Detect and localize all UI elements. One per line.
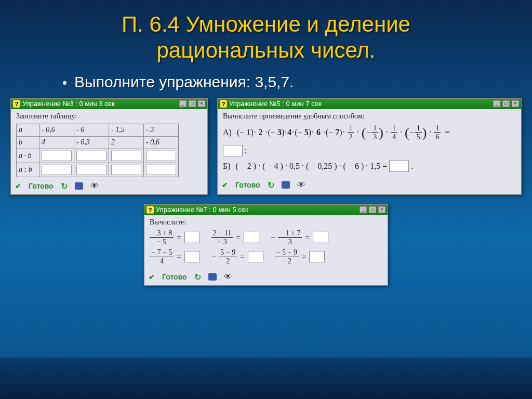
titlebar-7: ? Упражнение №7 : 0 мин 5 сек _ □ × [144, 205, 388, 215]
eqn-row-2: − 7 − 54= −5 − 92= − 5 − 9− 2= [150, 249, 382, 265]
calculator-icon[interactable] [208, 273, 217, 281]
table-row: a · b [17, 149, 179, 163]
titlebar-5: ? Упражнение №5 : 0 мин 7 сек _ □ × [218, 99, 521, 109]
answer-input[interactable] [184, 232, 200, 243]
minimize-icon[interactable]: _ [493, 100, 500, 107]
refresh-icon[interactable]: ↻ [194, 272, 201, 282]
eye-icon[interactable]: 👁 [297, 180, 305, 190]
subtitle: • Выполните упражнения: 3,5,7. [0, 68, 532, 98]
cell-input[interactable] [76, 151, 107, 161]
prompt-3: Заполните таблицу: [16, 112, 202, 121]
help-icon[interactable]: ? [220, 100, 227, 108]
exercise-panel-7: ? Упражнение №7 : 0 мин 5 сек _ □ × Вычи… [144, 204, 388, 286]
ready-button[interactable]: Готово [235, 181, 260, 189]
cell-input[interactable] [111, 151, 141, 161]
cell-input[interactable] [146, 151, 176, 161]
exercise-panel-5: ? Упражнение №5 : 0 мин 7 сек _ □ × Вычи… [217, 98, 522, 195]
refresh-icon[interactable]: ↻ [268, 180, 274, 190]
statusbar-5: ✔ Готово ↻ 👁 [218, 178, 521, 193]
cell-input[interactable] [76, 165, 107, 175]
minimize-icon[interactable]: _ [179, 100, 187, 107]
table-row: a : b [17, 163, 179, 177]
eqn-row-1: − 3 + 8− 5= 2 − 11− 3= −− 1 + 73= [150, 230, 382, 246]
cell-input[interactable] [42, 151, 72, 161]
expr-b: Б) ( − 2 ) · ( − 4 ) · 0,5 · ( − 0,25 ) … [223, 161, 516, 172]
maximize-icon[interactable]: □ [369, 206, 376, 213]
titlebar-3: ? Упражнение №3 : 0 мин 3 сек _ □ × [11, 99, 207, 109]
maximize-icon[interactable]: □ [502, 100, 510, 107]
refresh-icon[interactable]: ↻ [61, 181, 68, 191]
prompt-5: Вычислите произведение удобным способом: [223, 112, 516, 121]
eye-icon[interactable]: 👁 [224, 272, 232, 282]
cell-input[interactable] [146, 165, 176, 175]
statusbar-7: ✔ Готово ↻ 👁 [144, 270, 388, 285]
answer-input[interactable] [309, 251, 325, 262]
answer-input[interactable] [248, 251, 263, 262]
horizon-bg [0, 357, 532, 399]
help-icon[interactable]: ? [147, 206, 154, 214]
answer-input[interactable] [313, 232, 328, 243]
answer-input-a[interactable] [223, 145, 243, 156]
answer-input[interactable] [244, 232, 259, 243]
prompt-7: Вычислите: [150, 218, 382, 227]
statusbar-3: ✔ Готово ↻ 👁 [11, 179, 207, 194]
ready-button[interactable]: Готово [29, 182, 54, 190]
cell-input[interactable] [111, 165, 141, 175]
calculator-icon[interactable] [282, 181, 290, 189]
cell-input[interactable] [42, 165, 72, 175]
bullet-icon: • [62, 75, 67, 91]
check-icon: ✔ [222, 181, 228, 189]
help-icon[interactable]: ? [13, 100, 20, 108]
maximize-icon[interactable]: □ [189, 100, 196, 107]
close-icon[interactable]: × [512, 100, 519, 107]
minimize-icon[interactable]: _ [360, 206, 367, 213]
close-icon[interactable]: × [198, 100, 205, 107]
expr-a: A) (− 1)· 2 ·(− 3)·4·(− 5)· 6 ·(− 7)· 12… [223, 125, 516, 141]
fill-table: a - 0,6 - 6 - 1,5 - 3 b 4 - 0,3 2 - 0,6 … [16, 124, 179, 177]
answer-input[interactable] [184, 251, 200, 262]
page-title: П. 6.4 Умножение и деление рациональных … [0, 0, 532, 68]
exercise-panel-3: ? Упражнение №3 : 0 мин 3 сек _ □ × Запо… [10, 98, 208, 195]
check-icon: ✔ [15, 182, 21, 190]
answer-input-b[interactable] [389, 161, 409, 172]
table-row: a - 0,6 - 6 - 1,5 - 3 [17, 124, 179, 136]
ready-button[interactable]: Готово [162, 273, 187, 281]
calculator-icon[interactable] [75, 182, 83, 190]
close-icon[interactable]: × [378, 206, 385, 213]
eye-icon[interactable]: 👁 [90, 181, 99, 191]
table-row: b 4 - 0,3 2 - 0,6 [17, 136, 179, 149]
check-icon: ✔ [149, 273, 155, 281]
